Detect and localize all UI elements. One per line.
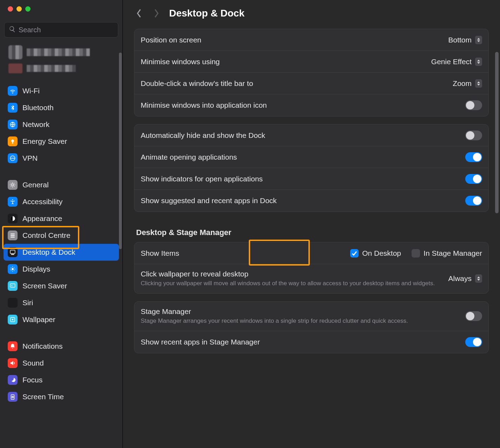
appearance-icon: [8, 214, 18, 223]
label-in-stage-manager: In Stage Manager: [424, 249, 482, 258]
svg-rect-11: [11, 254, 14, 255]
toggle-recent-sm[interactable]: [465, 337, 482, 347]
section-title-stage: Desktop & Stage Manager: [134, 220, 489, 242]
label-stage-manager: Stage Manager: [141, 307, 460, 316]
svg-point-15: [10, 300, 15, 305]
select-doubleclick[interactable]: Zoom: [453, 79, 482, 88]
screentime-icon: [8, 392, 18, 402]
value-minimise-using: Genie Effect: [431, 58, 472, 66]
group-dock-behaviour: Automatically hide and show the Dock Ani…: [134, 124, 489, 212]
checkbox-on-desktop[interactable]: On Desktop: [350, 249, 401, 258]
toggle-min-into-app[interactable]: [465, 100, 482, 110]
sidebar-item-focus[interactable]: Focus: [4, 372, 119, 388]
search-field[interactable]: [4, 22, 118, 38]
sidebar-item-label: Control Centre: [22, 231, 71, 240]
sidebar-item-energy[interactable]: Energy Saver: [4, 133, 119, 150]
minimize-window-button[interactable]: [16, 6, 22, 12]
desktop-icon: [8, 247, 18, 257]
sidebar-item-label: Desktop & Dock: [22, 248, 75, 256]
row-min-into-app: Minimise windows into application icon: [134, 94, 488, 116]
control-icon: [8, 230, 18, 240]
label-indicators: Show indicators for open applications: [141, 175, 460, 183]
close-window-button[interactable]: [8, 6, 13, 12]
sidebar-item-vpn[interactable]: VPN: [4, 150, 119, 167]
sidebar-item-control[interactable]: Control Centre: [4, 227, 119, 244]
screensaver-icon: [8, 281, 18, 291]
sidebar-item-siri[interactable]: Siri: [4, 294, 119, 311]
account-section[interactable]: [0, 42, 122, 81]
content-area: Position on screen Bottom Minimise windo…: [123, 29, 500, 448]
bluetooth-icon: [8, 103, 18, 113]
sidebar-item-accessibility[interactable]: Accessibility: [4, 193, 119, 210]
main-panel: Desktop & Dock Position on screen Bottom…: [123, 0, 500, 448]
sidebar-item-label: VPN: [22, 154, 38, 162]
sidebar-scrollbar[interactable]: [119, 53, 122, 249]
sidebar-item-label: Notifications: [22, 342, 62, 350]
sidebar-item-label: Network: [22, 120, 49, 129]
zoom-window-button[interactable]: [25, 6, 31, 12]
sidebar-item-network[interactable]: Network: [4, 116, 119, 133]
checkbox-in-stage-manager[interactable]: In Stage Manager: [412, 249, 482, 258]
sidebar-item-screentime[interactable]: Screen Time: [4, 388, 119, 405]
toggle-indicators[interactable]: [465, 174, 482, 184]
sidebar-item-bluetooth[interactable]: Bluetooth: [4, 99, 119, 116]
vpn-icon: [8, 153, 18, 163]
wifi-icon: [8, 86, 18, 96]
sidebar-item-wallpaper[interactable]: Wallpaper: [4, 311, 119, 328]
sidebar-item-label: Accessibility: [22, 198, 62, 206]
siri-icon: [8, 298, 18, 308]
group-stage-manager: Stage Manager Stage Manager arranges you…: [134, 301, 489, 353]
svg-rect-13: [10, 284, 15, 287]
account-name-redacted: [27, 48, 90, 56]
stepper-icon: [475, 274, 482, 283]
energy-icon: [8, 136, 18, 146]
select-minimise-using[interactable]: Genie Effect: [431, 58, 482, 66]
search-input[interactable]: [19, 26, 114, 34]
sidebar-item-label: Appearance: [22, 214, 62, 223]
sidebar-item-wifi[interactable]: Wi-Fi: [4, 82, 119, 99]
label-min-into-app: Minimise windows into application icon: [141, 101, 460, 109]
svg-point-17: [12, 319, 14, 321]
sidebar-list: Wi-FiBluetoothNetworkEnergy SaverVPNGene…: [0, 81, 122, 448]
nav-back-button[interactable]: [134, 8, 144, 18]
sidebar-item-notifications[interactable]: Notifications: [4, 338, 119, 355]
sidebar-item-label: General: [22, 181, 49, 189]
label-recent-sm: Show recent apps in Stage Manager: [141, 338, 460, 346]
label-minimise-using: Minimise windows using: [141, 58, 426, 66]
sidebar-item-sound[interactable]: Sound: [4, 355, 119, 372]
family-icon-redacted: [8, 63, 22, 73]
label-autohide: Automatically hide and show the Dock: [141, 131, 460, 140]
avatar: [8, 45, 22, 59]
search-icon: [9, 26, 19, 34]
stepper-icon: [475, 58, 482, 66]
group-stage-manager-items: Show Items On Desktop In Stage Manager: [134, 242, 489, 294]
toggle-autohide[interactable]: [465, 131, 482, 140]
displays-icon: [8, 264, 18, 274]
toggle-recent-dock[interactable]: [465, 196, 482, 206]
select-position[interactable]: Bottom: [448, 36, 482, 44]
svg-rect-7: [11, 234, 15, 234]
main-scrollbar[interactable]: [495, 52, 499, 213]
sidebar-item-screensaver[interactable]: Screen Saver: [4, 278, 119, 294]
group-dock-basics: Position on screen Bottom Minimise windo…: [134, 29, 489, 116]
value-click-wallpaper: Always: [448, 274, 472, 283]
family-label-redacted: [27, 65, 76, 72]
header: Desktop & Dock: [123, 0, 500, 29]
toggle-animate[interactable]: [465, 152, 482, 162]
value-doubleclick: Zoom: [453, 79, 472, 88]
general-icon: [8, 180, 18, 190]
row-recent-dock: Show suggested and recent apps in Dock: [134, 190, 488, 212]
sidebar-item-general[interactable]: General: [4, 176, 119, 193]
sidebar-item-desktop[interactable]: Desktop & Dock: [4, 244, 119, 261]
sidebar-item-displays[interactable]: Displays: [4, 261, 119, 278]
label-click-wallpaper: Click wallpaper to reveal desktop: [141, 270, 442, 278]
sidebar-item-label: Energy Saver: [22, 137, 67, 146]
sidebar-item-appearance[interactable]: Appearance: [4, 210, 119, 227]
sub-click-wallpaper: Clicking your wallpaper will move all wi…: [141, 280, 442, 288]
page-title: Desktop & Dock: [169, 8, 245, 19]
select-click-wallpaper[interactable]: Always: [448, 274, 482, 283]
toggle-stage-manager[interactable]: [465, 311, 482, 321]
focus-icon: [8, 375, 18, 385]
nav-forward-button[interactable]: [152, 8, 161, 18]
sound-icon: [8, 358, 18, 368]
